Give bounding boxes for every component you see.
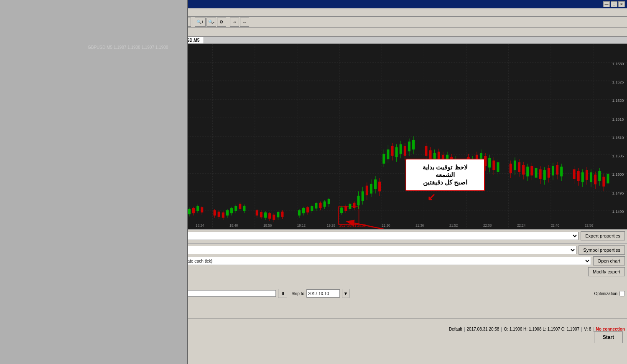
svg-rect-138	[374, 179, 377, 189]
svg-rect-144	[387, 149, 389, 159]
svg-rect-85	[234, 206, 237, 211]
svg-rect-73	[201, 207, 203, 212]
svg-rect-216	[573, 169, 576, 179]
svg-text:1.1525: 1.1525	[612, 80, 624, 84]
svg-rect-103	[281, 212, 283, 217]
svg-rect-99	[273, 215, 275, 220]
svg-rect-152	[404, 146, 406, 156]
svg-rect-93	[260, 212, 263, 217]
svg-rect-69	[192, 208, 195, 213]
svg-rect-202	[535, 168, 537, 177]
svg-rect-184	[488, 158, 491, 167]
slider-thumb	[0, 0, 188, 364]
svg-text:1.1490: 1.1490	[612, 210, 624, 214]
svg-rect-146	[391, 146, 393, 156]
svg-rect-198	[526, 167, 529, 176]
skip-to-label: Skip to	[291, 291, 304, 296]
svg-rect-117	[324, 202, 326, 207]
svg-rect-122	[340, 207, 343, 213]
svg-text:1.1500: 1.1500	[612, 172, 624, 177]
callout-line1: لاحظ توقيت بداية الشمعه	[413, 164, 478, 179]
toolbar-zoom-out[interactable]: 🔍-	[206, 18, 216, 27]
svg-rect-232	[607, 174, 609, 183]
svg-rect-75	[214, 210, 216, 216]
svg-rect-91	[256, 210, 258, 216]
svg-rect-83	[230, 208, 233, 213]
svg-text:1.1530: 1.1530	[612, 61, 624, 66]
svg-text:21:36: 21:36	[415, 224, 424, 228]
status-sep1	[464, 327, 465, 332]
svg-rect-200	[530, 166, 533, 175]
status-datetime: 2017.08.31 20:58	[467, 327, 500, 331]
toolbar-autoscroll[interactable]: ↔	[240, 18, 249, 27]
svg-rect-113	[315, 203, 317, 209]
title-buttons: — □ ✕	[603, 1, 625, 7]
svg-rect-224	[590, 172, 592, 182]
svg-rect-158	[425, 146, 427, 156]
svg-rect-188	[497, 162, 499, 172]
svg-rect-142	[382, 154, 385, 164]
expert-properties-button[interactable]: Expert properties	[581, 231, 625, 240]
maximize-button[interactable]: □	[611, 1, 617, 7]
skip-date-picker[interactable]: ▼	[342, 289, 349, 298]
svg-rect-222	[586, 170, 588, 180]
svg-rect-95	[264, 212, 267, 218]
sep6	[228, 18, 228, 26]
start-button[interactable]: Start	[594, 331, 623, 343]
callout-line2: اصبح كل دقيقتين	[413, 179, 478, 186]
svg-rect-136	[370, 184, 372, 193]
svg-text:21:52: 21:52	[449, 224, 458, 228]
svg-rect-81	[226, 210, 229, 216]
svg-text:1.1515: 1.1515	[612, 117, 624, 121]
svg-text:1.1510: 1.1510	[612, 136, 624, 140]
svg-rect-67	[188, 209, 191, 215]
minimize-button[interactable]: —	[603, 1, 610, 7]
svg-rect-210	[552, 166, 554, 175]
status-ohlc: O: 1.1906 H: 1.1908 L: 1.1907 C: 1.1907	[504, 327, 579, 331]
status-sep3	[581, 327, 582, 332]
svg-rect-148	[395, 147, 398, 157]
svg-rect-132	[362, 191, 364, 201]
svg-rect-190	[510, 164, 512, 173]
svg-text:18:40: 18:40	[229, 224, 238, 228]
svg-text:2017.08.31 20:58: 2017.08.31 20:58	[339, 224, 366, 228]
open-chart-button[interactable]: Open chart	[593, 256, 625, 265]
toolbar-properties[interactable]: ⚙	[217, 18, 226, 27]
svg-rect-208	[548, 168, 550, 177]
visual-mode-slider[interactable]	[35, 290, 276, 297]
status-sep2	[501, 327, 502, 332]
toolbar-zoom-in[interactable]: 🔍+	[195, 18, 206, 27]
svg-rect-101	[277, 212, 279, 217]
optimization-label: Optimization	[594, 291, 617, 296]
svg-text:18:56: 18:56	[263, 224, 272, 228]
optimization-checkbox[interactable]	[619, 291, 625, 296]
svg-text:1.1505: 1.1505	[612, 154, 624, 158]
toolbar-chart-shift[interactable]: ⇥	[230, 18, 239, 27]
svg-text:19:28: 19:28	[327, 224, 336, 228]
svg-rect-186	[492, 161, 495, 170]
svg-rect-97	[268, 213, 271, 219]
svg-text:22:56: 22:56	[585, 224, 594, 228]
svg-rect-89	[243, 206, 245, 211]
svg-rect-115	[319, 203, 321, 208]
svg-rect-124	[344, 206, 347, 211]
svg-text:21:20: 21:20	[382, 224, 390, 228]
skip-to-input[interactable]	[306, 289, 340, 298]
sep5	[193, 18, 193, 26]
svg-rect-214	[560, 167, 563, 176]
svg-text:22:08: 22:08	[483, 224, 492, 228]
svg-text:19:12: 19:12	[297, 224, 306, 228]
pause-button[interactable]: ⏸	[278, 289, 287, 298]
svg-rect-119	[328, 199, 330, 204]
symbol-properties-button[interactable]: Symbol properties	[579, 245, 625, 255]
close-button[interactable]: ✕	[618, 1, 625, 7]
modify-expert-button[interactable]: Modify expert	[588, 267, 625, 276]
svg-text:18:24: 18:24	[196, 224, 204, 228]
svg-text:1.1495: 1.1495	[612, 191, 624, 195]
svg-rect-87	[239, 204, 241, 209]
svg-text:1.1520: 1.1520	[612, 99, 624, 103]
svg-rect-126	[349, 204, 351, 209]
status-volume: V: 8	[584, 327, 591, 331]
svg-rect-79	[222, 212, 224, 218]
svg-rect-134	[366, 186, 368, 195]
